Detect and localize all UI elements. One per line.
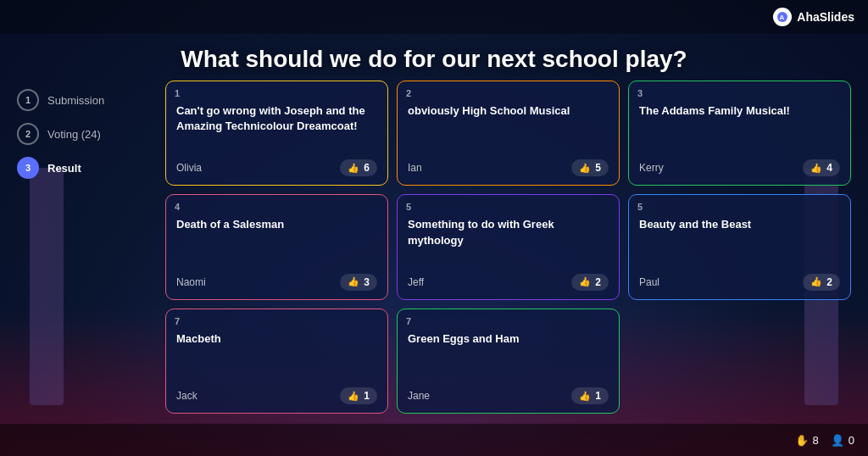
card-item: 3 The Addams Family Musical! Kerry 👍 4: [628, 81, 851, 186]
thumb-icon: 👍: [579, 276, 591, 287]
card-rank: 2: [406, 88, 411, 98]
thumb-icon: 👍: [579, 163, 591, 174]
sidebar-item-submission[interactable]: 1 Submission: [17, 89, 104, 111]
cards-grid: 1 Can't go wrong with Joseph and the Ama…: [165, 81, 851, 414]
sidebar-label-submission: Submission: [47, 94, 104, 107]
card-footer: Kerry 👍 4: [639, 159, 840, 176]
people-count: 0: [849, 434, 854, 447]
card-rank: 5: [637, 202, 643, 212]
thumb-icon: 👍: [810, 276, 822, 287]
card-votes: 👍 4: [803, 159, 840, 176]
card-item: 7 Green Eggs and Ham Jane 👍 1: [397, 309, 620, 414]
card-rank: 7: [175, 316, 180, 326]
card-votes: 👍 2: [571, 274, 609, 291]
bottom-bar: ✋ 8 👤 0: [0, 424, 868, 456]
thumb-icon: 👍: [348, 163, 359, 174]
card-footer: Naomi 👍 3: [176, 274, 377, 291]
card-item: 1 Can't go wrong with Joseph and the Ama…: [165, 81, 388, 186]
card-text: Macbeth: [176, 331, 377, 347]
step-circle-1: 1: [17, 89, 39, 111]
card-text: Green Eggs and Ham: [408, 331, 609, 347]
card-author: Ian: [408, 162, 422, 174]
card-votes: 👍 1: [340, 387, 377, 404]
thumb-icon: 👍: [810, 163, 822, 174]
card-footer: Jeff 👍 2: [408, 274, 609, 291]
hand-icon: ✋: [795, 434, 809, 447]
card-author: Jane: [408, 390, 430, 402]
card-votes: 👍 6: [340, 159, 377, 176]
main-title: What should we do for our next school pl…: [0, 34, 868, 81]
sidebar-item-voting[interactable]: 2 Voting (24): [17, 123, 104, 145]
step-circle-3: 3: [17, 157, 39, 179]
card-rank: 3: [637, 88, 643, 98]
hands-stat: ✋ 8: [795, 434, 819, 447]
card-author: Olivia: [176, 162, 202, 174]
logo-icon: A: [773, 8, 792, 26]
card-text: Beauty and the Beast: [639, 217, 840, 232]
card-item: 7 Macbeth Jack 👍 1: [165, 309, 388, 414]
card-votes: 👍 5: [571, 159, 609, 176]
card-footer: Olivia 👍 6: [176, 159, 377, 176]
card-footer: Paul 👍 2: [639, 274, 840, 291]
card-votes: 👍 3: [340, 274, 377, 291]
svg-text:A: A: [780, 14, 785, 21]
card-author: Naomi: [176, 276, 206, 288]
thumb-icon: 👍: [348, 276, 359, 287]
card-footer: Ian 👍 5: [408, 159, 609, 176]
logo-text: AhaSlides: [797, 10, 854, 24]
card-text: Death of a Salesman: [176, 217, 377, 232]
card-item: 5 Something to do with Greek mythology J…: [397, 194, 620, 299]
card-item: 5 Beauty and the Beast Paul 👍 2: [628, 194, 851, 299]
card-text: obviously High School Musical: [408, 103, 609, 119]
thumb-icon: 👍: [348, 391, 359, 402]
sidebar-item-result[interactable]: 3 Result: [17, 157, 104, 179]
card-footer: Jack 👍 1: [176, 387, 377, 404]
step-circle-2: 2: [17, 123, 39, 145]
card-text: Can't go wrong with Joseph and the Amazi…: [176, 103, 377, 134]
card-item: 2 obviously High School Musical Ian 👍 5: [397, 81, 620, 186]
people-icon: 👤: [831, 434, 844, 447]
card-rank: 4: [175, 202, 180, 212]
people-stat: 👤 0: [831, 434, 854, 447]
card-text: Something to do with Greek mythology: [408, 217, 609, 247]
empty-card-slot: [628, 309, 851, 414]
card-author: Paul: [639, 276, 659, 288]
card-footer: Jane 👍 1: [408, 387, 609, 404]
card-rank: 7: [406, 316, 411, 326]
top-bar: A AhaSlides: [0, 0, 868, 34]
card-rank: 1: [175, 88, 180, 98]
stage-column-left: [30, 168, 64, 405]
card-author: Jeff: [408, 276, 424, 288]
thumb-icon: 👍: [579, 391, 591, 402]
card-votes: 👍 2: [803, 274, 840, 291]
card-rank: 5: [406, 202, 411, 212]
sidebar: 1 Submission 2 Voting (24) 3 Result: [17, 89, 104, 179]
sidebar-label-result: Result: [47, 162, 81, 175]
card-author: Jack: [176, 390, 198, 402]
card-text: The Addams Family Musical!: [639, 103, 840, 119]
logo: A AhaSlides: [773, 8, 854, 26]
sidebar-label-voting: Voting (24): [47, 128, 101, 141]
hands-count: 8: [813, 434, 819, 447]
card-author: Kerry: [639, 162, 664, 174]
card-item: 4 Death of a Salesman Naomi 👍 3: [165, 194, 388, 299]
card-votes: 👍 1: [571, 387, 609, 404]
